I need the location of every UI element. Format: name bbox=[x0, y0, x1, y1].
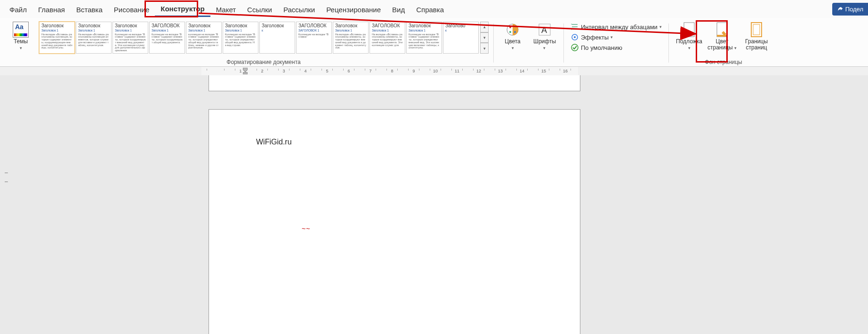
ruler-tick: 14 bbox=[511, 67, 533, 75]
ruler-tick: 10 bbox=[425, 67, 446, 75]
ruler-tick: 5 bbox=[316, 67, 338, 75]
separator bbox=[668, 24, 669, 63]
style-thumb[interactable]: ЗАГОЛОВОКЗАГОЛОВОК 1Коллекции на вкладке… bbox=[296, 22, 332, 54]
ruler-tick: 3 bbox=[273, 67, 295, 75]
effects-icon bbox=[571, 33, 579, 41]
tab-insert[interactable]: Вставка bbox=[71, 2, 108, 16]
style-thumb[interactable]: Заголовокк bbox=[259, 22, 295, 54]
page[interactable]: WiFiGid.ru bbox=[209, 109, 580, 334]
paragraph-spacing-button[interactable]: Интервал между абзацами ▾ bbox=[569, 22, 664, 32]
fonts-label: Шрифты bbox=[533, 38, 556, 45]
svg-point-2 bbox=[509, 31, 511, 33]
menu-bar: Файл Главная Вставка Рисование Конструкт… bbox=[0, 0, 868, 18]
style-thumb[interactable]: ЗаголовокЗаголовок 1коллекции на вкладке… bbox=[186, 22, 222, 54]
svg-text:A: A bbox=[541, 25, 547, 35]
page-color-label: Цвет страницы bbox=[707, 38, 733, 51]
fonts-button[interactable]: A Шрифты▾ bbox=[530, 22, 559, 51]
style-gallery: ЗаголовокЗаголовок 1На вкладке «Вставка»… bbox=[39, 22, 489, 54]
style-thumb[interactable]: ЗаголовокЗаголовок 1На вкладке «Вставка»… bbox=[76, 22, 112, 54]
colors-icon bbox=[505, 22, 521, 38]
tab-references[interactable]: Ссылки bbox=[241, 2, 278, 16]
ruler-tick: 4 bbox=[295, 67, 316, 75]
style-thumb[interactable]: ЗаголовокЗаголовок 1На вкладке «Вставка»… bbox=[39, 22, 75, 54]
page-previous-bottom[interactable] bbox=[209, 75, 580, 91]
share-icon bbox=[837, 6, 844, 13]
colors-button[interactable]: Цвета▾ bbox=[498, 22, 527, 51]
svg-point-1 bbox=[509, 26, 511, 28]
style-thumb[interactable]: ЗаголовокЗаголовок 1Коллекции на вкладке… bbox=[113, 22, 148, 54]
document-text[interactable]: WiFiGid.ru bbox=[256, 138, 292, 146]
colors-label: Цвета bbox=[505, 38, 520, 45]
gallery-scroll-up[interactable]: ▴ bbox=[480, 22, 489, 32]
themes-label: Темы bbox=[14, 38, 28, 45]
style-thumb[interactable]: ЗАГОЛОВОКЗаголовок 1Коллекции на вкладке… bbox=[149, 22, 185, 54]
page-color-icon bbox=[714, 22, 730, 38]
svg-point-9 bbox=[571, 44, 578, 51]
ruler-tick: 16 bbox=[555, 67, 576, 75]
page-color-button[interactable]: Цвет страницы ▾ bbox=[705, 22, 739, 51]
ruler-tick: 15 bbox=[533, 67, 555, 75]
fonts-group: A Шрифты▾ bbox=[529, 20, 561, 66]
tab-help[interactable]: Справка bbox=[410, 2, 450, 16]
svg-rect-12 bbox=[717, 23, 727, 37]
style-thumb[interactable]: Заголовок bbox=[443, 22, 479, 54]
svg-point-4 bbox=[514, 31, 516, 33]
style-thumb[interactable]: ЗАГОЛОВОКЗаголовок 1На вкладке «Вставка»… bbox=[370, 22, 405, 54]
svg-rect-17 bbox=[243, 72, 248, 74]
ruler-tick: 8 bbox=[381, 67, 403, 75]
paragraph-group: Интервал между абзацами ▾ Эффекты ▾ По у… bbox=[567, 20, 666, 66]
style-thumb[interactable]: ЗаголовокЗаголовок 1На вкладке «Вставка»… bbox=[333, 22, 369, 54]
ruler-tick: 6 bbox=[338, 67, 360, 75]
effects-button[interactable]: Эффекты ▾ bbox=[569, 32, 615, 42]
style-gallery-group: ЗаголовокЗаголовок 1На вкладке «Вставка»… bbox=[37, 20, 490, 66]
tab-file[interactable]: Файл bbox=[4, 2, 32, 16]
group-label-background: Фон страницы bbox=[672, 59, 775, 65]
gallery-expand[interactable]: ▾ bbox=[480, 43, 489, 54]
tab-mailings[interactable]: Рассылки bbox=[278, 2, 321, 16]
checkmark-icon bbox=[571, 43, 579, 52]
horizontal-ruler[interactable]: 12345678910111213141516 bbox=[201, 67, 578, 75]
document-area: –– WiFiGid.ru ~~ bbox=[0, 75, 868, 334]
separator bbox=[563, 24, 564, 63]
set-default-button[interactable]: По умолчанию bbox=[569, 42, 624, 53]
ribbon: Темы▾ ЗаголовокЗаголовок 1На вкладке «Вс… bbox=[0, 18, 868, 67]
page-borders-button[interactable]: Границы страниц bbox=[741, 22, 772, 51]
tab-review[interactable]: Рецензирование bbox=[321, 2, 386, 16]
tab-home[interactable]: Главная bbox=[32, 2, 71, 16]
ruler-tick: 13 bbox=[490, 67, 511, 75]
gallery-scroll: ▴ ▾ ▾ bbox=[480, 22, 489, 54]
style-thumb[interactable]: ЗаголовокЗаголовок 1Коллекции на вкладке… bbox=[223, 22, 258, 54]
svg-point-8 bbox=[574, 36, 576, 38]
ruler-tick: 9 bbox=[403, 67, 425, 75]
watermark-label: Подложка bbox=[676, 38, 702, 45]
gallery-scroll-down[interactable]: ▾ bbox=[480, 32, 489, 43]
ruler-tick: 1 bbox=[230, 67, 251, 75]
tab-layout[interactable]: Макет bbox=[210, 2, 241, 16]
ruler-tick: 12 bbox=[468, 67, 490, 75]
svg-rect-13 bbox=[717, 35, 727, 37]
set-default-label: По умолчанию bbox=[581, 44, 622, 51]
ruler-tick: 2 bbox=[251, 67, 273, 75]
themes-icon bbox=[13, 22, 29, 38]
themes-button[interactable]: Темы▾ bbox=[7, 22, 35, 51]
svg-point-3 bbox=[514, 26, 516, 28]
style-thumb[interactable]: ЗаголовокЗаголовок 1Коллекции на вкладке… bbox=[406, 22, 442, 54]
watermark-icon: A bbox=[681, 22, 697, 38]
tab-draw[interactable]: Рисование bbox=[108, 2, 155, 16]
share-button[interactable]: Подел bbox=[832, 3, 868, 16]
themes-group: Темы▾ bbox=[5, 20, 37, 66]
tab-view[interactable]: Вид bbox=[386, 2, 410, 16]
watermark-button[interactable]: A Подложка▾ bbox=[675, 22, 703, 51]
ruler-tick: 7 bbox=[360, 67, 381, 75]
colors-group: Цвета▾ bbox=[497, 20, 529, 66]
separator bbox=[493, 24, 494, 63]
page-background-group: A Подложка▾ Цвет страницы ▾ Границы стра… bbox=[672, 20, 775, 66]
fonts-icon: A bbox=[537, 22, 553, 38]
indent-marker[interactable] bbox=[243, 68, 248, 73]
paragraph-spacing-label: Интервал между абзацами bbox=[581, 24, 658, 31]
vertical-ruler[interactable]: –– bbox=[5, 168, 8, 186]
page-borders-icon bbox=[748, 22, 764, 38]
tab-design[interactable]: Конструктор bbox=[155, 1, 210, 17]
effects-label: Эффекты bbox=[581, 34, 609, 41]
share-label: Подел bbox=[845, 6, 863, 13]
